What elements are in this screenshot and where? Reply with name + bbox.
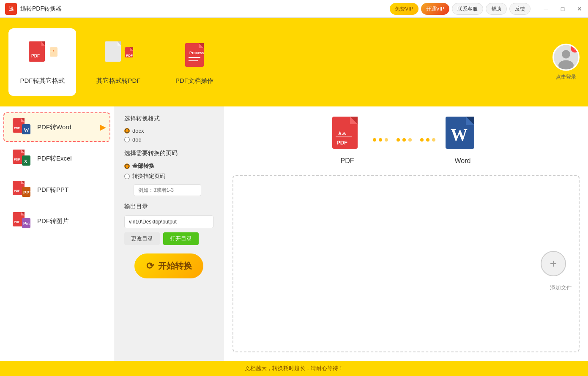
statusbar: 文档越大，转换耗时越长，请耐心等待！ <box>0 361 588 376</box>
format-doc-label[interactable]: doc <box>124 136 213 143</box>
dot-3 <box>385 138 388 142</box>
to-file-icon: W Word <box>444 115 482 165</box>
titlebar-btn-group: 免费VIP 开通VIP 联系客服 帮助 反馈 <box>390 3 531 15</box>
output-dir-input[interactable] <box>124 215 213 228</box>
format-radio-group: docx doc <box>124 128 213 143</box>
to-label: Word <box>455 157 471 165</box>
add-file-label: 添加文件 <box>550 284 572 292</box>
nav-icon-pdf-operation: Process <box>178 40 211 74</box>
page-section-title: 选择需要转换的页码 <box>124 150 213 157</box>
dot-1 <box>373 138 376 142</box>
svg-text:W: W <box>451 125 468 144</box>
nav-icon-pdf-to-other: PDF → <box>25 40 59 74</box>
svg-rect-7 <box>50 47 57 57</box>
sidebar: PDF W PDF转Word ▶ PDF X PDF转Excel <box>0 106 114 361</box>
page-all-text: 全部转换 <box>132 162 154 170</box>
avatar-badge: 1 <box>571 44 579 53</box>
conversion-diagram: PDF PDF <box>232 115 580 165</box>
nav-label-pdf-operation: PDF文档操作 <box>175 77 213 85</box>
nav-icon-other-to-pdf: ← PDF <box>101 40 135 74</box>
free-vip-button[interactable]: 免费VIP <box>390 3 418 15</box>
svg-text:PPT: PPT <box>23 190 31 195</box>
dot-5 <box>402 138 406 142</box>
dot-4 <box>397 138 400 142</box>
svg-text:PDF: PDF <box>336 139 347 146</box>
sidebar-item-pdf-to-ppt[interactable]: PDF PPT PDF转PPT <box>3 175 110 204</box>
drop-zone[interactable]: + 添加文件 <box>232 175 580 352</box>
change-dir-button[interactable]: 更改目录 <box>124 232 160 245</box>
page-radio-group: 全部转换 转换指定页码 <box>124 162 213 196</box>
status-message: 文档越大，转换耗时越长，请耐心等待！ <box>245 365 344 372</box>
format-doc-radio[interactable] <box>124 137 130 142</box>
avatar[interactable]: 1 <box>552 44 580 71</box>
dot-6 <box>408 138 412 142</box>
nav-item-other-to-pdf[interactable]: ← PDF 其它格式转PDF <box>85 28 152 96</box>
svg-text:PDF: PDF <box>14 221 20 223</box>
svg-text:Pic: Pic <box>23 221 30 226</box>
dot-9 <box>432 138 435 142</box>
open-dir-button[interactable]: 打开目录 <box>163 232 199 245</box>
page-all-radio[interactable] <box>124 163 130 169</box>
dot-7 <box>420 138 424 142</box>
sidebar-icon-pdf-to-word: PDF W <box>12 117 31 137</box>
sidebar-icon-pdf-to-image: PDF Pic <box>12 211 31 231</box>
sidebar-item-pdf-to-excel[interactable]: PDF X PDF转Excel <box>3 144 110 173</box>
nav-label-other-to-pdf: 其它格式转PDF <box>96 77 141 85</box>
svg-text:Process: Process <box>189 51 204 55</box>
add-file-button[interactable]: + <box>541 251 566 276</box>
sidebar-icon-pdf-to-ppt: PDF PPT <box>12 180 31 199</box>
navbar: PDF → PDF转其它格式 ← PDF 其它格式转PDF <box>0 18 588 106</box>
sidebar-label-pdf-to-excel: PDF转Excel <box>37 155 72 163</box>
nav-label-pdf-to-other: PDF转其它格式 <box>20 77 65 85</box>
page-input[interactable] <box>134 184 201 196</box>
sidebar-label-pdf-to-ppt: PDF转PPT <box>37 186 68 194</box>
titlebar-controls: 免费VIP 开通VIP 联系客服 帮助 反馈 ─ □ ✕ <box>390 0 588 18</box>
from-label: PDF <box>341 157 354 165</box>
svg-text:PDF: PDF <box>31 54 40 58</box>
svg-text:W: W <box>24 127 29 133</box>
sidebar-icon-pdf-to-excel: PDF X <box>12 149 31 168</box>
sidebar-arrow-pdf-to-word: ▶ <box>100 123 106 132</box>
format-doc-text: doc <box>132 136 141 143</box>
sidebar-item-pdf-to-image[interactable]: PDF Pic PDF转图片 <box>3 206 110 236</box>
from-file-icon: PDF PDF <box>331 115 364 165</box>
titlebar: 迅 迅转PDF转换器 免费VIP 开通VIP 联系客服 帮助 反馈 ─ □ ✕ <box>0 0 588 18</box>
help-button[interactable]: 帮助 <box>486 3 507 15</box>
format-docx-radio[interactable] <box>124 128 130 134</box>
maximize-button[interactable]: □ <box>554 0 571 18</box>
format-docx-label[interactable]: docx <box>124 128 213 134</box>
output-section-title: 输出目录 <box>124 203 213 210</box>
svg-text:X: X <box>24 158 28 164</box>
preview-area: PDF PDF <box>224 106 588 361</box>
avatar-name[interactable]: 点击登录 <box>556 74 576 81</box>
start-convert-button[interactable]: ⟳ 开始转换 <box>134 253 203 278</box>
avatar-area: 1 点击登录 <box>552 44 580 81</box>
arrow-group-3 <box>420 138 435 142</box>
start-btn-icon: ⟳ <box>146 261 154 272</box>
dir-btn-row: 更改目录 打开目录 <box>124 232 213 245</box>
app-title: 迅转PDF转换器 <box>20 5 62 13</box>
dot-8 <box>426 138 429 142</box>
svg-point-23 <box>562 50 570 59</box>
arrow-group-2 <box>397 138 412 142</box>
feedback-button[interactable]: 反馈 <box>509 3 531 15</box>
svg-text:PDF: PDF <box>14 189 20 192</box>
nav-item-pdf-operation[interactable]: Process PDF文档操作 <box>161 28 228 96</box>
open-vip-button[interactable]: 开通VIP <box>421 3 449 15</box>
nav-item-pdf-to-other[interactable]: PDF → PDF转其它格式 <box>8 28 76 96</box>
format-section-title: 选择转换格式 <box>124 115 213 123</box>
page-specific-radio[interactable] <box>124 174 130 179</box>
start-btn-label: 开始转换 <box>158 260 192 272</box>
page-specific-label[interactable]: 转换指定页码 <box>124 172 213 180</box>
sidebar-label-pdf-to-image: PDF转图片 <box>37 217 69 225</box>
sidebar-item-pdf-to-word[interactable]: PDF W PDF转Word ▶ <box>3 112 110 142</box>
contact-button[interactable]: 联系客服 <box>452 3 483 15</box>
arrow-group-1 <box>373 138 388 142</box>
page-specific-text: 转换指定页码 <box>132 172 165 180</box>
page-all-label[interactable]: 全部转换 <box>124 162 213 170</box>
minimize-button[interactable]: ─ <box>537 0 554 18</box>
close-button[interactable]: ✕ <box>571 0 588 18</box>
svg-text:PDF: PDF <box>14 127 20 130</box>
content-area: 选择转换格式 docx doc 选择需要转换的页码 全部转换 <box>114 106 588 361</box>
dot-2 <box>379 138 382 142</box>
